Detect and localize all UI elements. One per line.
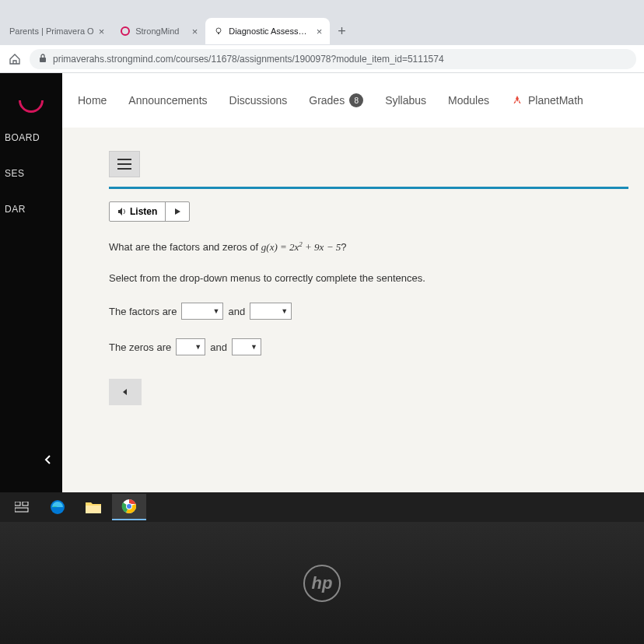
assignment-content: Listen What are the factors and zeros of… xyxy=(62,128,644,492)
nav-modules[interactable]: Modules xyxy=(448,94,489,107)
main-content: Home Announcements Discussions Grades 8 … xyxy=(62,73,644,492)
svg-rect-4 xyxy=(15,502,20,506)
chevron-down-icon: ▼ xyxy=(250,343,257,351)
url-input[interactable]: primaverahs.strongmind.com/courses/11678… xyxy=(30,49,636,69)
nav-syllabus[interactable]: Syllabus xyxy=(385,94,426,107)
edge-button[interactable] xyxy=(40,494,75,520)
nav-label: Grades xyxy=(309,94,345,107)
back-button[interactable] xyxy=(109,379,142,405)
collapse-sidebar-button[interactable] xyxy=(39,450,58,469)
rocket-icon xyxy=(511,94,523,107)
lock-icon xyxy=(39,54,47,65)
file-explorer-button[interactable] xyxy=(76,494,110,520)
svg-rect-5 xyxy=(23,502,28,506)
listen-label-part: Listen xyxy=(110,202,166,221)
nav-planetmath[interactable]: PlanetMath xyxy=(511,94,583,107)
chevron-down-icon: ▼ xyxy=(281,307,288,315)
hp-logo: hp xyxy=(303,565,341,602)
zero-2-dropdown[interactable]: ▼ xyxy=(232,338,261,355)
factors-row: The factors are ▼ and ▼ xyxy=(109,303,628,320)
tab-label: Parents | Primavera O xyxy=(9,26,94,36)
chevron-down-icon: ▼ xyxy=(213,307,220,315)
hamburger-icon xyxy=(117,159,131,170)
tab-label: Diagnostic Assessment xyxy=(229,26,311,36)
zeros-label: The zeros are xyxy=(109,341,171,353)
nav-announcements[interactable]: Announcements xyxy=(128,94,207,107)
nav-grades[interactable]: Grades 8 xyxy=(309,93,363,107)
nav-home[interactable]: Home xyxy=(78,94,107,107)
url-text: primaverahs.strongmind.com/courses/11678… xyxy=(53,54,444,65)
windows-taskbar xyxy=(0,492,644,522)
chrome-button[interactable] xyxy=(112,494,146,520)
task-view-button[interactable] xyxy=(5,494,39,520)
sidebar-item-dar[interactable]: DAR xyxy=(0,191,62,227)
left-sidebar: BOARD SES DAR xyxy=(0,73,62,492)
factors-label: The factors are xyxy=(109,306,177,317)
tab-label: StrongMind xyxy=(135,26,187,36)
sidebar-item-board[interactable]: BOARD xyxy=(0,120,62,156)
course-nav: Home Announcements Discussions Grades 8 … xyxy=(62,73,644,128)
close-icon[interactable]: × xyxy=(317,26,323,37)
divider xyxy=(109,187,628,189)
svg-rect-3 xyxy=(40,58,46,62)
and-text: and xyxy=(228,306,245,317)
chevron-down-icon: ▼ xyxy=(194,343,201,351)
strongmind-icon xyxy=(120,26,131,37)
svg-point-12 xyxy=(127,504,131,509)
svg-rect-2 xyxy=(218,33,219,34)
factor-2-dropdown[interactable]: ▼ xyxy=(250,303,292,320)
new-tab-button[interactable]: + xyxy=(330,23,354,40)
question-text: What are the factors and zeros of g(x) =… xyxy=(109,240,628,254)
and-text: and xyxy=(210,341,227,353)
page-body: BOARD SES DAR Home Announcements Discuss… xyxy=(0,73,644,492)
tab-diagnostic[interactable]: Diagnostic Assessment × xyxy=(205,18,330,44)
home-icon[interactable] xyxy=(8,52,22,66)
menu-button[interactable] xyxy=(109,151,140,177)
svg-rect-8 xyxy=(86,506,101,513)
speaker-icon xyxy=(117,207,127,216)
svg-point-1 xyxy=(216,28,221,33)
close-icon[interactable]: × xyxy=(99,26,105,37)
zeros-row: The zeros are ▼ and ▼ xyxy=(109,338,628,355)
svg-rect-6 xyxy=(15,508,28,512)
triangle-left-icon xyxy=(121,388,129,396)
listen-button[interactable]: Listen xyxy=(109,201,190,222)
nav-label: PlanetMath xyxy=(528,94,583,107)
bulb-icon xyxy=(213,26,224,37)
tab-strongmind[interactable]: StrongMind × xyxy=(112,18,205,44)
instruction-text: Select from the drop-down menus to corre… xyxy=(109,272,628,284)
sidebar-item-ses[interactable]: SES xyxy=(0,156,62,191)
close-icon[interactable]: × xyxy=(192,26,198,37)
logo-icon xyxy=(13,82,48,117)
app-logo[interactable] xyxy=(0,81,62,120)
address-bar: primaverahs.strongmind.com/courses/11678… xyxy=(0,45,644,73)
factor-1-dropdown[interactable]: ▼ xyxy=(181,303,223,320)
grades-badge: 8 xyxy=(349,93,363,107)
laptop-bezel: hp xyxy=(0,522,644,644)
browser-tab-strip: Parents | Primavera O × StrongMind × Dia… xyxy=(0,0,644,45)
zero-1-dropdown[interactable]: ▼ xyxy=(176,338,205,355)
math-expression: g(x) = 2x2 + 9x − 5 xyxy=(261,241,341,253)
tab-parents[interactable]: Parents | Primavera O × xyxy=(2,18,112,44)
nav-discussions[interactable]: Discussions xyxy=(229,94,288,107)
svg-point-0 xyxy=(121,27,129,35)
listen-text: Listen xyxy=(130,206,157,217)
play-icon xyxy=(166,208,189,215)
